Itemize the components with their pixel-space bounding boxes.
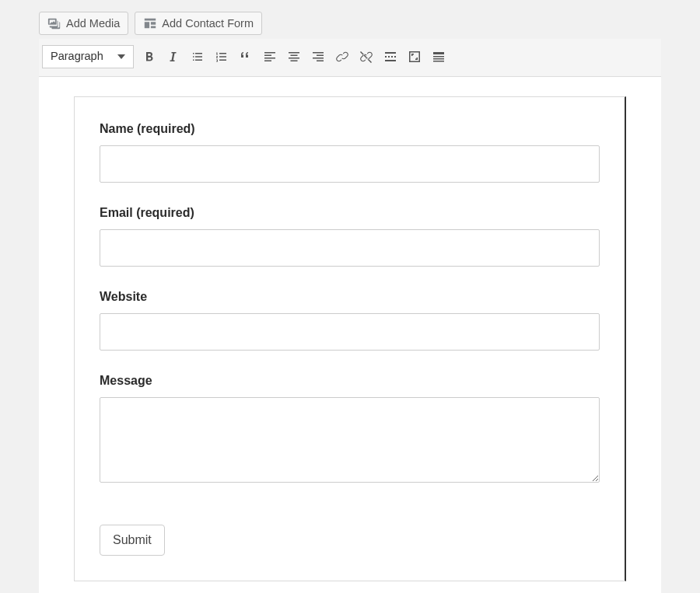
add-media-label: Add Media	[66, 16, 120, 31]
unlink-button[interactable]	[358, 48, 375, 65]
italic-button[interactable]	[165, 48, 182, 65]
add-contact-form-button[interactable]: Add Contact Form	[135, 12, 262, 35]
read-more-button[interactable]	[382, 48, 399, 65]
editor-wrapper: Add Media Add Contact Form Paragraph	[0, 0, 700, 593]
media-icon	[47, 16, 61, 30]
bullet-list-button[interactable]	[189, 48, 206, 65]
message-field-group: Message	[100, 374, 600, 486]
blockquote-button[interactable]	[237, 48, 254, 65]
message-label: Message	[100, 374, 600, 388]
align-left-button[interactable]	[261, 48, 278, 65]
align-right-button[interactable]	[310, 48, 327, 65]
editor-canvas[interactable]: Name (required) Email (required) Website…	[39, 77, 661, 593]
align-center-button[interactable]	[285, 48, 303, 65]
contact-form: Name (required) Email (required) Website…	[74, 96, 626, 581]
website-label: Website	[100, 290, 600, 304]
toolbar-toggle-button[interactable]	[430, 48, 447, 65]
name-label: Name (required)	[100, 122, 600, 136]
name-field-group: Name (required)	[100, 122, 600, 183]
add-media-button[interactable]: Add Media	[39, 12, 128, 35]
email-field-group: Email (required)	[100, 206, 600, 267]
website-input[interactable]	[100, 313, 600, 351]
format-dropdown-label: Paragraph	[51, 49, 103, 65]
chevron-down-icon	[117, 54, 125, 59]
email-label: Email (required)	[100, 206, 600, 220]
submit-button[interactable]: Submit	[100, 525, 165, 556]
media-buttons-row: Add Media Add Contact Form	[39, 8, 661, 39]
fullscreen-button[interactable]	[406, 48, 423, 65]
bold-button[interactable]	[141, 48, 158, 65]
editor-toolbar: Paragraph	[39, 39, 661, 77]
numbered-list-button[interactable]	[213, 48, 230, 65]
link-button[interactable]	[334, 48, 351, 65]
message-textarea[interactable]	[100, 397, 600, 483]
form-icon	[143, 16, 157, 30]
email-input[interactable]	[100, 229, 600, 267]
website-field-group: Website	[100, 290, 600, 351]
name-input[interactable]	[100, 145, 600, 183]
format-dropdown[interactable]: Paragraph	[42, 45, 134, 68]
add-contact-form-label: Add Contact Form	[162, 16, 254, 31]
